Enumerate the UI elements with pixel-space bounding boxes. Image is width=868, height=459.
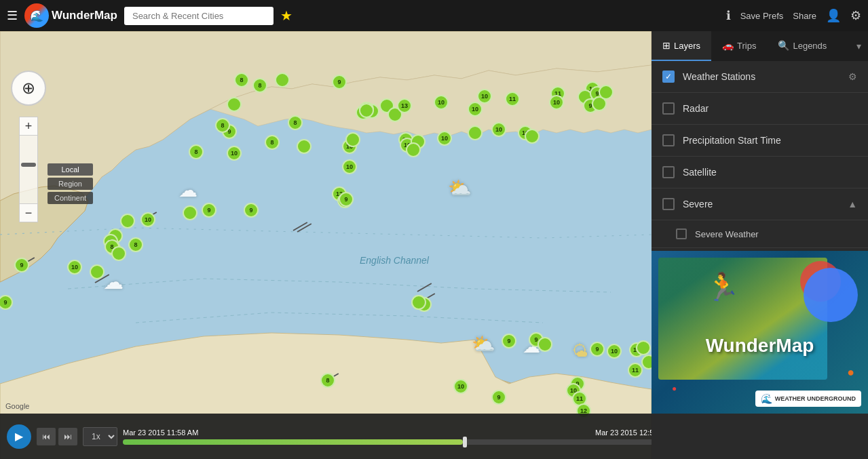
weather-station-marker[interactable]: 8 [265,135,280,150]
weather-station-marker[interactable]: 8 [189,144,204,159]
tab-layers[interactable]: ⊞ Layers [652,31,711,61]
weather-station-marker[interactable]: 8 [215,118,230,133]
radar-label: Radar [683,103,709,114]
weather-station-marker[interactable] [297,139,312,154]
save-prefs-button[interactable]: Save Prefs [740,11,784,21]
layer-item-radar[interactable]: Radar [652,93,868,125]
weather-station-marker[interactable] [90,264,105,279]
weather-stations-label: Weather Stations [683,71,755,82]
precip-checkbox[interactable] [662,134,675,146]
user-icon[interactable]: 👤 [826,8,841,23]
weather-station-marker[interactable]: 10 [477,89,492,104]
weather-station-marker[interactable]: 10 [140,212,155,227]
satellite-checkbox[interactable] [662,166,675,178]
zoom-thumb[interactable] [21,163,36,167]
weather-station-marker[interactable]: 10 [342,159,357,174]
info-icon[interactable]: ℹ [726,8,731,23]
tab-legends[interactable]: 🔍 Legends [767,31,837,61]
weather-station-marker[interactable]: 10 [437,131,452,146]
weather-station-marker[interactable] [636,340,651,355]
weather-station-marker[interactable]: 8 [288,115,303,130]
weather-station-marker[interactable]: 10 [491,122,506,137]
weather-station-marker[interactable]: 10 [607,344,622,359]
view-scale-controls: Local Region Continent [48,163,93,204]
severe-section-header[interactable]: Severe ▲ [652,188,868,220]
weather-station-marker[interactable]: 9 [202,203,216,218]
weather-station-marker[interactable]: 9 [502,334,516,348]
weather-station-marker[interactable] [411,295,426,310]
radar-checkbox[interactable] [662,102,675,115]
weather-station-marker[interactable]: 10 [453,379,468,394]
trips-tab-icon: 🚗 [722,40,734,51]
weather-station-marker[interactable] [525,129,540,144]
weather-station-marker[interactable]: 9 [339,192,354,207]
logo[interactable]: 🌊 WunderMap [24,3,117,28]
severe-label: Severe [683,199,713,209]
menu-icon[interactable]: ☰ [7,8,18,23]
weather-station-marker[interactable]: 8 [234,73,249,87]
tab-trips[interactable]: 🚗 Trips [711,31,767,61]
zoom-track[interactable] [19,136,38,203]
favorites-star-icon[interactable]: ★ [280,7,293,24]
severe-chevron-icon[interactable]: ▲ [848,199,857,209]
weather-station-marker[interactable] [537,337,552,352]
weather-station-marker[interactable]: 10 [549,95,564,110]
layers-tab-icon: ⊞ [662,40,671,51]
layer-item-weather-stations[interactable]: ✓ Weather Stations ⚙ [652,61,868,93]
continent-scale-button[interactable]: Continent [48,192,93,204]
layer-item-satellite[interactable]: Satellite [652,157,868,188]
timeline-track[interactable] [123,439,671,445]
speed-select[interactable]: 1x 2x 4x [83,427,117,446]
weather-station-marker[interactable] [120,214,135,228]
severe-weather-label: Severe Weather [695,229,759,239]
zoom-in-button[interactable]: + [19,117,38,136]
weather-station-marker[interactable] [111,246,126,261]
timeline-track-container: Mar 23 2015 11:58 AM Mar 23 2015 12:58 P… [123,428,671,445]
map-compass[interactable] [11,71,46,106]
weather-station-marker[interactable]: 8 [128,237,143,252]
ad-banner: CLOSE THIS AD 🏃 ● ● WunderMap 🌊 WEATHER … [652,251,868,414]
search-input[interactable] [124,7,273,25]
weather-station-marker[interactable] [599,85,614,100]
weather-station-marker[interactable]: 10 [227,146,242,161]
weather-station-marker[interactable] [406,142,421,157]
skip-forward-button[interactable]: ⏭ [58,428,77,445]
weather-station-marker[interactable]: 10 [468,102,483,117]
weather-station-marker[interactable]: 9 [491,390,506,405]
layer-item-precip[interactable]: Precipitation Start Time [652,125,868,157]
timeline-thumb[interactable] [463,437,467,447]
weather-station-marker[interactable]: 10 [67,260,82,275]
weather-station-marker[interactable]: 8 [320,373,335,388]
weather-station-marker[interactable]: 11 [628,363,643,378]
severe-weather-checkbox[interactable] [676,228,687,239]
weather-station-marker[interactable]: 11 [505,92,520,106]
weather-station-marker[interactable] [183,205,197,220]
weather-stations-checkbox[interactable]: ✓ [662,71,675,83]
play-button[interactable]: ▶ [7,424,31,449]
app-title: WunderMap [52,9,117,22]
weather-station-marker[interactable]: 8 [252,78,267,93]
severe-checkbox[interactable] [662,198,675,210]
weather-station-marker[interactable]: 10 [434,95,449,110]
share-button[interactable]: Share [793,11,816,21]
local-scale-button[interactable]: Local [48,163,93,176]
zoom-out-button[interactable]: − [19,203,38,222]
precip-label: Precipitation Start Time [683,135,781,146]
sub-layer-severe-weather[interactable]: Severe Weather [652,220,868,248]
weather-station-marker[interactable]: 13 [397,98,412,113]
weather-station-marker[interactable]: 9 [244,203,259,218]
weather-station-marker[interactable]: 9 [14,258,29,273]
skip-back-button[interactable]: ⏮ [37,428,56,445]
weather-station-marker[interactable]: 9 [332,75,347,89]
weather-station-marker[interactable] [359,103,374,118]
weather-station-marker[interactable] [275,73,290,87]
settings-icon[interactable]: ⚙ [850,8,861,23]
weather-station-marker[interactable] [468,125,483,140]
weather-stations-settings-icon[interactable]: ⚙ [848,71,857,82]
weather-station-marker[interactable] [345,132,360,147]
ad-wu-logo: 🌊 WEATHER UNDERGROUND [755,391,861,407]
region-scale-button[interactable]: Region [48,178,93,190]
panel-tab-arrow[interactable]: ▾ [850,41,868,52]
weather-station-marker[interactable]: 9 [590,342,605,357]
weather-station-marker[interactable] [227,97,242,112]
